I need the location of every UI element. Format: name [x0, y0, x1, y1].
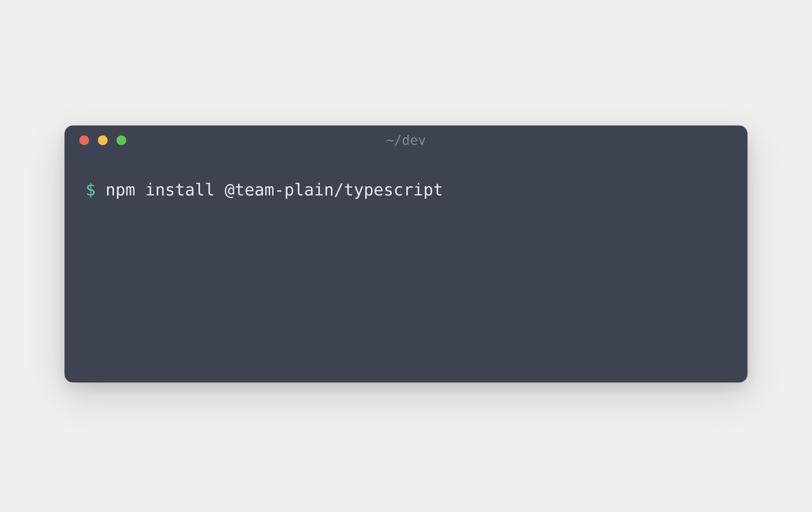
title-bar: ~/dev	[64, 125, 748, 155]
terminal-body[interactable]: $ npm install @team-plain/typescript	[64, 155, 748, 382]
prompt: $	[86, 180, 106, 199]
command-text: npm install @team-plain/typescript	[106, 180, 443, 199]
close-icon[interactable]	[79, 135, 89, 145]
traffic-lights	[79, 135, 126, 145]
minimize-icon[interactable]	[98, 135, 108, 145]
terminal-window: ~/dev $ npm install @team-plain/typescri…	[64, 125, 748, 382]
command-line: $ npm install @team-plain/typescript	[86, 178, 726, 201]
window-title: ~/dev	[386, 133, 426, 148]
maximize-icon[interactable]	[117, 135, 126, 145]
